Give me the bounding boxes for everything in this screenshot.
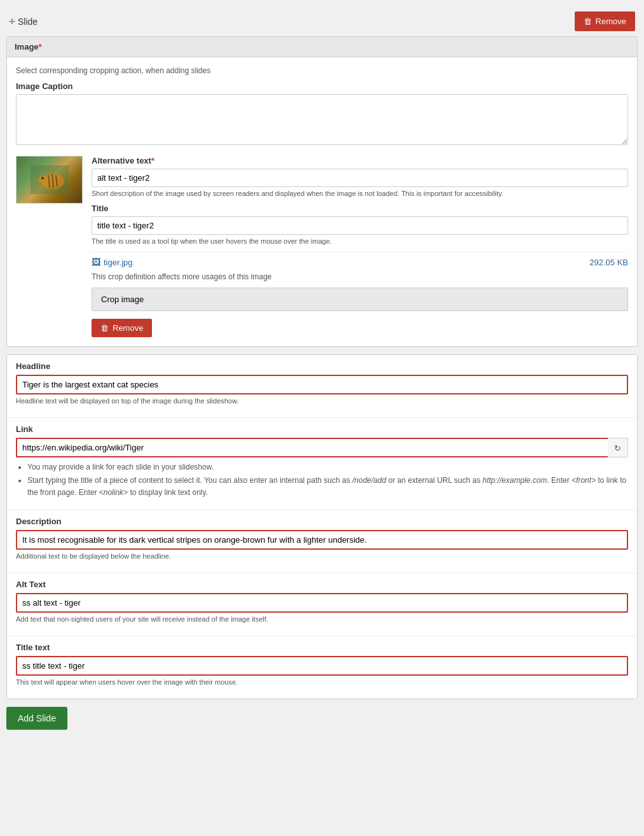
title-label: Title — [92, 204, 628, 213]
slide-header: ✛ Slide Remove — [6, 6, 638, 36]
headline-hint: Headline text will be displayed on top o… — [16, 397, 628, 405]
title-text-label: Title text — [16, 643, 628, 652]
file-row: 🖼 tiger.jpg 292.05 KB — [92, 251, 628, 272]
alt-fields-container: Alternative text* Short description of t… — [92, 156, 628, 337]
image-card-body: Select corresponding cropping action, wh… — [7, 57, 637, 346]
alt-text-section-label: Alt Text — [16, 580, 628, 589]
headline-section: Headline Headline text will be displayed… — [7, 355, 637, 418]
link-row: ↻ — [16, 438, 628, 457]
alt-text-hint: Short description of the image used by s… — [92, 190, 628, 197]
headline-card: Headline Headline text will be displayed… — [6, 354, 638, 699]
svg-point-6 — [41, 177, 44, 179]
required-star: * — [39, 42, 42, 52]
title-text-section: Title text This text will appear when us… — [7, 636, 637, 699]
headline-label: Headline — [16, 361, 628, 371]
svg-point-5 — [38, 176, 48, 183]
title-text-input[interactable] — [16, 656, 628, 676]
link-label: Link — [16, 424, 628, 434]
file-size: 292.05 KB — [589, 258, 628, 267]
trash-icon-small — [100, 323, 109, 333]
alt-required-star: * — [151, 156, 154, 165]
crop-notice: This crop definition affects more usages… — [92, 272, 628, 281]
file-link[interactable]: 🖼 tiger.jpg — [92, 257, 133, 267]
link-section: Link ↻ You may provide a link for each s… — [7, 418, 637, 510]
headline-input[interactable] — [16, 375, 628, 394]
alt-text-section: Alt Text Add text that non-sighted users… — [7, 573, 637, 636]
image-card: Image* Select corresponding cropping act… — [6, 36, 638, 347]
image-alt-row: Alternative text* Short description of t… — [16, 156, 628, 337]
alt-text-section-input[interactable] — [16, 593, 628, 613]
add-slide-button[interactable]: Add Slide — [6, 707, 67, 730]
title-hint: The title is used as a tool tip when the… — [92, 237, 628, 245]
description-hint: Additional text to be displayed below th… — [16, 552, 628, 560]
link-input[interactable] — [16, 438, 608, 457]
alt-text-input[interactable] — [92, 169, 628, 187]
refresh-icon: ↻ — [614, 443, 621, 453]
image-caption-textarea[interactable] — [16, 94, 628, 145]
alt-text-section-hint: Add text that non-sighted users of your … — [16, 615, 628, 623]
slide-title: Slide — [18, 17, 38, 27]
description-label: Description — [16, 517, 628, 526]
slide-label: ✛ Slide — [9, 17, 38, 27]
link-refresh-button[interactable]: ↻ — [608, 438, 628, 457]
tiger-thumb-inner — [17, 157, 82, 203]
description-section: Description Additional text to be displa… — [7, 510, 637, 573]
image-card-header: Image* — [7, 37, 637, 57]
move-icon[interactable]: ✛ — [9, 17, 15, 26]
crop-image-button[interactable]: Crop image — [92, 288, 628, 311]
tiger-thumbnail — [16, 156, 83, 204]
description-input[interactable] — [16, 530, 628, 550]
title-text-hint: This text will appear when users hover o… — [16, 678, 628, 686]
image-hint: Select corresponding cropping action, wh… — [16, 66, 628, 75]
remove-slide-top-button[interactable]: Remove — [575, 11, 635, 31]
remove-image-button[interactable]: Remove — [92, 319, 152, 337]
caption-label: Image Caption — [16, 81, 628, 91]
link-bullet-1: You may provide a link for each slide in… — [27, 461, 628, 473]
tiger-image-svg — [31, 165, 69, 194]
link-bullet-2: Start typing the title of a piece of con… — [27, 475, 628, 499]
alt-text-label: Alternative text* — [92, 156, 628, 165]
image-file-icon: 🖼 — [92, 257, 100, 267]
link-bullet-list: You may provide a link for each slide in… — [27, 461, 628, 499]
title-input[interactable] — [92, 216, 628, 235]
trash-icon-top — [584, 17, 592, 26]
